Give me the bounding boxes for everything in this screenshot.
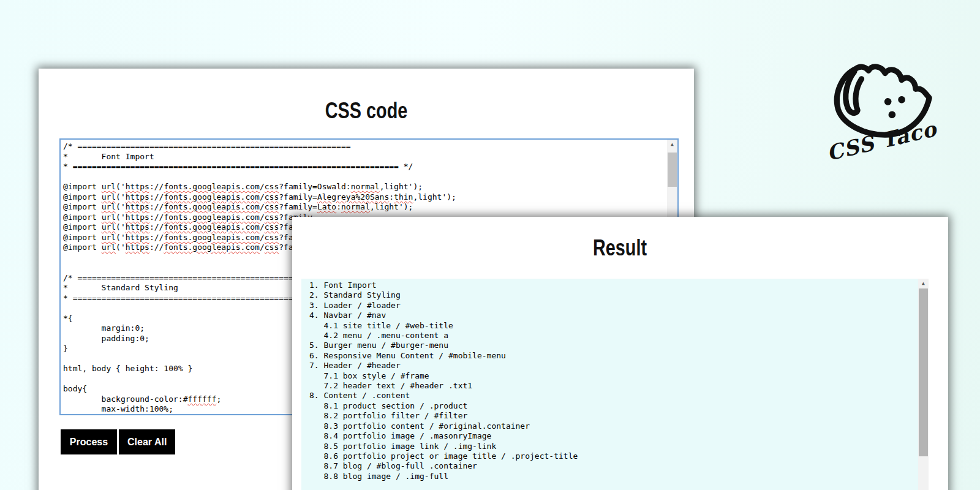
code-line	[63, 172, 664, 183]
css-code-title: CSS code	[39, 98, 694, 124]
list-item: 4.1 site title / #web-title	[309, 321, 914, 331]
process-button[interactable]: Process	[61, 429, 117, 454]
result-list[interactable]: 1. Font Import2. Standard Styling3. Load…	[301, 279, 929, 490]
result-scrollbar[interactable]: ▲	[918, 279, 929, 490]
list-item: 6. Responsive Menu Content / #mobile-men…	[309, 351, 914, 361]
code-line: /* =====================================…	[63, 141, 664, 152]
code-line: * ======================================…	[63, 162, 664, 172]
list-item: 2. Standard Styling	[309, 290, 914, 300]
result-list-text: 1. Font Import2. Standard Styling3. Load…	[309, 281, 914, 481]
list-item: 7. Header / #header	[309, 361, 914, 371]
list-item: 5. Burger menu / #burger-menu	[309, 341, 914, 350]
list-item: 8.6 portfolio project or image title / .…	[309, 451, 914, 461]
scroll-up-icon[interactable]: ▲	[918, 279, 929, 288]
list-item: 8.5 portfolio image link / .img-link	[309, 442, 914, 451]
list-item: 8.8 blog image / .img-full	[309, 472, 914, 481]
code-line: @import url('https://fonts.googleapis.co…	[63, 192, 664, 203]
list-item: 8. Content / .content	[309, 391, 914, 401]
code-line: * Font Import	[63, 152, 664, 162]
result-scrollbar-thumb[interactable]	[919, 288, 928, 456]
code-line: @import url('https://fonts.googleapis.co…	[63, 202, 664, 213]
list-item: 3. Loader / #loader	[309, 301, 914, 311]
code-line: @import url('https://fonts.googleapis.co…	[63, 182, 664, 192]
brand-logo: CSS Taco	[810, 43, 954, 153]
list-item: 4. Navbar / #nav	[309, 311, 914, 320]
list-item: 8.4 portfolio image / .masonryImage	[309, 431, 914, 441]
list-item: 4.2 menu / .menu-content a	[309, 331, 914, 341]
list-item: 7.1 box style / #frame	[309, 371, 914, 381]
action-buttons: Process Clear All	[61, 429, 175, 454]
list-item: 1. Font Import	[309, 281, 914, 290]
result-title: Result	[292, 235, 948, 261]
list-item: 8.1 product section / .product	[309, 401, 914, 411]
result-panel: Result 1. Font Import2. Standard Styling…	[292, 217, 948, 490]
code-scrollbar-thumb[interactable]	[668, 153, 677, 187]
clear-all-button[interactable]: Clear All	[119, 429, 175, 454]
list-item: 8.2 portfolio filter / #filter	[309, 411, 914, 421]
list-item: 8.7 blog / #blog-full .container	[309, 461, 914, 471]
list-item: 7.2 header text / #header .txt1	[309, 381, 914, 391]
scroll-up-icon[interactable]: ▲	[667, 140, 677, 149]
list-item: 8.3 portfolio content / #original.contai…	[309, 421, 914, 431]
